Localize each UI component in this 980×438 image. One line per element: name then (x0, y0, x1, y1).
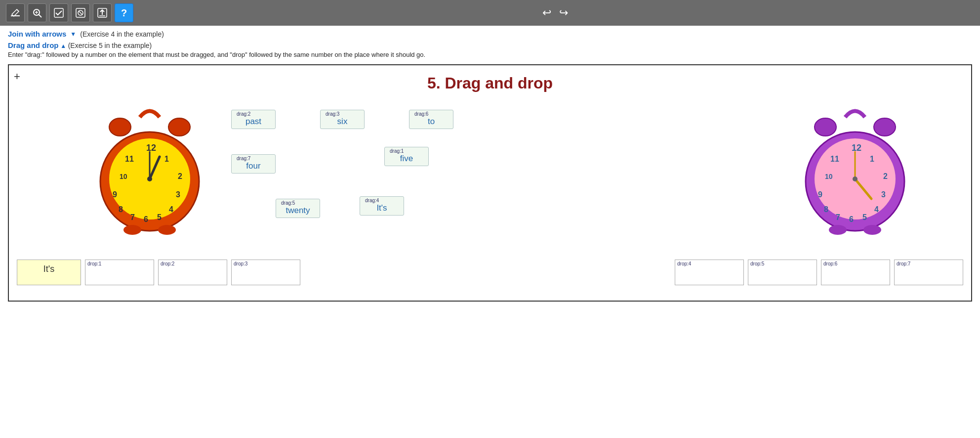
drag-drop-arrow[interactable]: ▲ (60, 43, 66, 49)
drag-item-6[interactable]: drag:6 to (409, 110, 453, 129)
svg-text:6: 6 (849, 215, 854, 223)
drop-zone-6[interactable]: drop:6 (821, 260, 890, 285)
join-exercise-note: (Exercise 4 in the example) (80, 30, 164, 38)
drop-zone-2[interactable]: drop:2 (158, 260, 227, 285)
svg-point-29 (147, 176, 152, 181)
right-clock: 12 1 2 3 4 5 6 7 8 9 10 11 (798, 102, 912, 241)
svg-text:9: 9 (113, 190, 117, 199)
drop-zone-7[interactable]: drop:7 (894, 260, 963, 285)
drop-zone-5[interactable]: drop:5 (748, 260, 817, 285)
svg-text:7: 7 (130, 213, 135, 221)
drag-area: 12 1 2 3 4 5 6 7 8 9 10 11 (9, 92, 971, 256)
svg-point-31 (158, 225, 176, 235)
check-button[interactable] (49, 3, 68, 22)
cancel-button[interactable] (71, 3, 90, 22)
left-clock: 12 1 2 3 4 5 6 7 8 9 10 11 (93, 102, 206, 241)
zoom-button[interactable] (28, 3, 46, 22)
instruction-text: Enter "drag:" followed by a number on th… (8, 51, 972, 58)
upload-button[interactable] (93, 3, 112, 22)
drag-item-1[interactable]: drag:1 five (384, 147, 429, 166)
edit-button[interactable] (6, 3, 25, 22)
svg-text:2: 2 (178, 172, 182, 180)
svg-point-52 (863, 225, 881, 235)
svg-text:10: 10 (120, 173, 127, 180)
plus-icon[interactable]: + (14, 70, 20, 83)
svg-text:4: 4 (169, 205, 173, 214)
redo-button[interactable]: ↪ (559, 6, 568, 19)
svg-point-12 (168, 118, 190, 136)
svg-point-51 (829, 225, 847, 235)
svg-text:11: 11 (830, 155, 839, 163)
svg-text:5: 5 (157, 213, 162, 221)
svg-rect-5 (54, 8, 63, 17)
svg-text:8: 8 (824, 205, 828, 214)
svg-text:5: 5 (862, 213, 867, 221)
svg-line-2 (39, 15, 42, 18)
drag-item-5[interactable]: drag:5 twenty (276, 199, 320, 218)
drag-item-4[interactable]: drag:4 It's (360, 196, 404, 216)
drop-zone-1[interactable]: drop:1 (85, 260, 154, 285)
drop-row: It's drop:1 drop:2 drop:3 drop:4 drop:5 (9, 256, 971, 291)
svg-text:3: 3 (176, 190, 180, 199)
svg-text:11: 11 (125, 155, 134, 163)
header-area: Join with arrows ▼ (Exercise 4 in the ex… (0, 26, 980, 60)
exercise-title: 5. Drag and drop (9, 65, 971, 92)
join-arrows-dropdown[interactable]: ▼ (70, 31, 76, 38)
drag-drop-label[interactable]: Drag and drop (8, 41, 59, 49)
svg-line-8 (79, 11, 82, 15)
svg-text:3: 3 (881, 190, 886, 199)
undo-button[interactable]: ↩ (542, 6, 551, 19)
exercise-container: + 5. Drag and drop 12 1 2 3 4 (8, 64, 972, 302)
svg-text:12: 12 (852, 143, 861, 153)
svg-text:12: 12 (146, 143, 156, 153)
drop-zone-filled[interactable]: It's (17, 260, 81, 285)
join-arrows-row: Join with arrows ▼ (Exercise 4 in the ex… (8, 30, 972, 38)
drag-exercise-note: (Exercise 5 in the example) (68, 42, 152, 49)
drag-item-3[interactable]: drag:3 six (320, 110, 365, 129)
svg-rect-0 (11, 15, 20, 16)
drop-zone-3[interactable]: drop:3 (231, 260, 300, 285)
svg-text:10: 10 (825, 173, 833, 180)
svg-text:6: 6 (144, 215, 148, 223)
help-button[interactable]: ? (115, 3, 133, 22)
svg-text:7: 7 (836, 213, 840, 221)
svg-point-30 (123, 225, 141, 235)
svg-text:9: 9 (818, 190, 822, 199)
svg-text:2: 2 (883, 172, 888, 180)
help-icon: ? (121, 7, 127, 19)
svg-point-32 (815, 118, 836, 136)
middle-gap (304, 260, 671, 285)
svg-text:4: 4 (874, 205, 879, 214)
svg-point-11 (109, 118, 131, 136)
drag-drop-row: Drag and drop ▲ (Exercise 5 in the examp… (8, 41, 972, 49)
join-arrows-label[interactable]: Join with arrows (8, 30, 66, 38)
svg-point-33 (874, 118, 896, 136)
svg-text:1: 1 (870, 155, 874, 163)
toolbar: ? ↩ ↪ (0, 0, 980, 26)
svg-text:1: 1 (164, 155, 169, 163)
drop-zone-4[interactable]: drop:4 (675, 260, 744, 285)
drag-item-2[interactable]: drag:2 past (231, 110, 276, 129)
svg-text:8: 8 (119, 205, 123, 214)
drag-item-7[interactable]: drag:7 four (231, 154, 276, 174)
svg-point-50 (853, 176, 858, 181)
